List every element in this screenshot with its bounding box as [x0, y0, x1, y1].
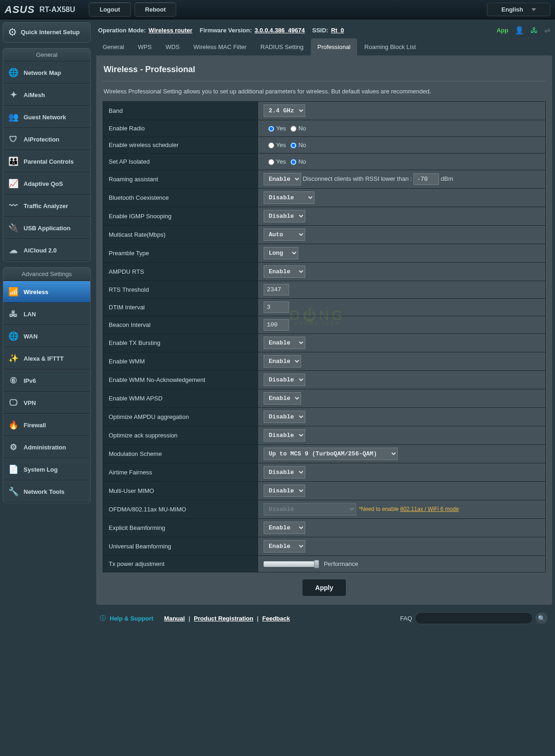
- sidebar-item-label: Traffic Analyzer: [24, 203, 68, 209]
- sidebar-item-ipv6[interactable]: ⑥IPv6: [3, 369, 90, 392]
- user-icon[interactable]: 👤: [515, 26, 524, 35]
- select-input[interactable]: Enable: [264, 540, 305, 553]
- sidebar-item-firewall[interactable]: 🔥Firewall: [3, 414, 90, 436]
- setting-control-cell: Enable: [258, 519, 545, 537]
- sidebar-item-network-tools[interactable]: 🔧Network Tools: [3, 480, 90, 503]
- help-support-link[interactable]: Help & Support: [110, 615, 154, 622]
- select-input[interactable]: Disable: [264, 374, 305, 386]
- radio-yes[interactable]: [268, 142, 274, 148]
- tab-roaming-block-list[interactable]: Roaming Block List: [358, 38, 422, 55]
- wifi6-mode-link[interactable]: 802.11ax / WiFi 6 mode: [400, 506, 459, 512]
- firmware-link[interactable]: 3.0.0.4.386_49674: [255, 27, 305, 34]
- select-input[interactable]: Disable: [264, 466, 305, 479]
- select-input[interactable]: Disable: [264, 485, 305, 497]
- tab-wds[interactable]: WDS: [159, 38, 186, 55]
- setting-control-cell: Enable: [258, 263, 545, 281]
- select-input[interactable]: Enable: [264, 522, 305, 534]
- faq-search-input[interactable]: [415, 612, 533, 624]
- select-input[interactable]: Enable: [264, 355, 301, 368]
- language-selector[interactable]: English: [487, 3, 550, 16]
- sidebar-item-administration[interactable]: ⚙Administration: [3, 436, 90, 458]
- usb-application-icon: 🔌: [8, 222, 19, 234]
- product-registration-link[interactable]: Product Registration: [194, 615, 253, 622]
- quick-internet-setup[interactable]: ⚙ Quick Internet Setup: [3, 22, 91, 43]
- select-input[interactable]: 2.4 GHz: [264, 104, 305, 117]
- sidebar-item-system-log[interactable]: 📄System Log: [3, 458, 90, 480]
- sidebar-item-usb-application[interactable]: 🔌USB Application: [3, 217, 90, 239]
- chevron-down-icon: [531, 8, 536, 11]
- select-input[interactable]: Long: [264, 247, 298, 259]
- setting-label: Enable WMM No-Acknowledgement: [103, 371, 258, 389]
- select-input[interactable]: Up to MCS 9 (TurboQAM/256-QAM): [264, 448, 398, 460]
- traffic-analyzer-icon: 〰: [8, 200, 19, 211]
- setting-control-cell: [258, 316, 545, 334]
- sidebar-item-lan[interactable]: 🖧LAN: [3, 303, 90, 325]
- tab-wps[interactable]: WPS: [131, 38, 158, 55]
- firewall-icon: 🔥: [8, 419, 19, 430]
- setting-control-cell: Auto: [258, 226, 545, 244]
- tab-radius-setting[interactable]: RADIUS Setting: [254, 38, 310, 55]
- reboot-button[interactable]: Reboot: [135, 2, 177, 17]
- radio-no[interactable]: [290, 159, 296, 165]
- tab-general[interactable]: General: [96, 38, 130, 55]
- select-input[interactable]: Disable: [264, 411, 305, 423]
- sidebar-item-alexa-ifttt[interactable]: ✨Alexa & IFTTT: [3, 347, 90, 369]
- radio-no[interactable]: [290, 142, 296, 148]
- setting-label: Optimize AMPDU aggregation: [103, 408, 258, 426]
- app-link[interactable]: App: [497, 27, 508, 34]
- setting-label: Tx power adjustment: [103, 556, 258, 572]
- sidebar-item-label: Parental Controls: [24, 158, 74, 165]
- search-button[interactable]: 🔍: [536, 612, 548, 624]
- setting-label: DTIM Interval: [103, 299, 258, 316]
- operation-mode-link[interactable]: Wireless router: [148, 27, 192, 34]
- radio-yes[interactable]: [268, 159, 274, 165]
- text-input[interactable]: [413, 173, 439, 185]
- sidebar-item-vpn[interactable]: 🖵VPN: [3, 392, 90, 414]
- radio-yes[interactable]: [268, 126, 274, 132]
- network-icon[interactable]: 🖧: [530, 26, 538, 35]
- wireless-icon: 📶: [8, 286, 19, 297]
- select-input[interactable]: Enable: [264, 337, 305, 349]
- page-description: Wireless Professional Setting allows you…: [103, 81, 546, 101]
- sidebar-item-wireless[interactable]: 📶Wireless: [3, 281, 90, 303]
- sidebar-item-traffic-analyzer[interactable]: 〰Traffic Analyzer: [3, 195, 90, 217]
- usb-icon[interactable]: ⇌: [544, 26, 550, 35]
- sidebar-item-aicloud[interactable]: ☁AiCloud 2.0: [3, 239, 90, 261]
- select-input[interactable]: Enable: [264, 173, 301, 185]
- administration-icon: ⚙: [8, 442, 19, 453]
- select-input[interactable]: Disable: [264, 191, 314, 204]
- sidebar-item-label: Alexa & IFTTT: [24, 355, 64, 362]
- setting-control-cell: Enable Disconnect clients with RSSI lowe…: [258, 170, 545, 189]
- vpn-icon: 🖵: [8, 397, 19, 408]
- sidebar-item-guest-network[interactable]: 👥Guest Network: [3, 106, 90, 128]
- sidebar-item-aiprotection[interactable]: 🛡AiProtection: [3, 128, 90, 150]
- logout-button[interactable]: Logout: [89, 2, 130, 17]
- aimesh-icon: ✦: [8, 89, 19, 100]
- text-input[interactable]: [264, 301, 289, 313]
- tab-professional[interactable]: Professional: [311, 38, 357, 55]
- sidebar-item-adaptive-qos[interactable]: 📈Adaptive QoS: [3, 172, 90, 195]
- setting-control-cell: YesNo: [258, 154, 545, 170]
- setting-control-cell: [258, 299, 545, 316]
- ssid-link[interactable]: Rt_0: [331, 27, 344, 34]
- tx-power-slider[interactable]: [264, 561, 319, 567]
- feedback-link[interactable]: Feedback: [262, 615, 290, 622]
- sidebar-item-network-map[interactable]: 🌐Network Map: [3, 61, 90, 84]
- tab-bar: GeneralWPSWDSWireless MAC FilterRADIUS S…: [96, 38, 552, 55]
- tab-wireless-mac-filter[interactable]: Wireless MAC Filter: [187, 38, 253, 55]
- text-input[interactable]: [264, 319, 289, 331]
- select-input[interactable]: Disable: [264, 210, 305, 222]
- sidebar-item-wan[interactable]: 🌐WAN: [3, 325, 90, 347]
- sidebar-item-aimesh[interactable]: ✦AiMesh: [3, 84, 90, 106]
- sidebar-item-parental-controls[interactable]: 👪Parental Controls: [3, 150, 90, 172]
- apply-button[interactable]: Apply: [302, 579, 347, 596]
- select-input[interactable]: Disable: [264, 429, 305, 442]
- sidebar-head-general: General: [3, 49, 90, 61]
- text-input[interactable]: [264, 284, 289, 295]
- select-input[interactable]: Auto: [264, 228, 305, 241]
- sidebar-head-advanced: Advanced Settings: [3, 268, 90, 281]
- select-input[interactable]: Enable: [264, 392, 301, 405]
- select-input[interactable]: Enable: [264, 265, 305, 278]
- radio-no[interactable]: [290, 126, 296, 132]
- manual-link[interactable]: Manual: [164, 615, 185, 622]
